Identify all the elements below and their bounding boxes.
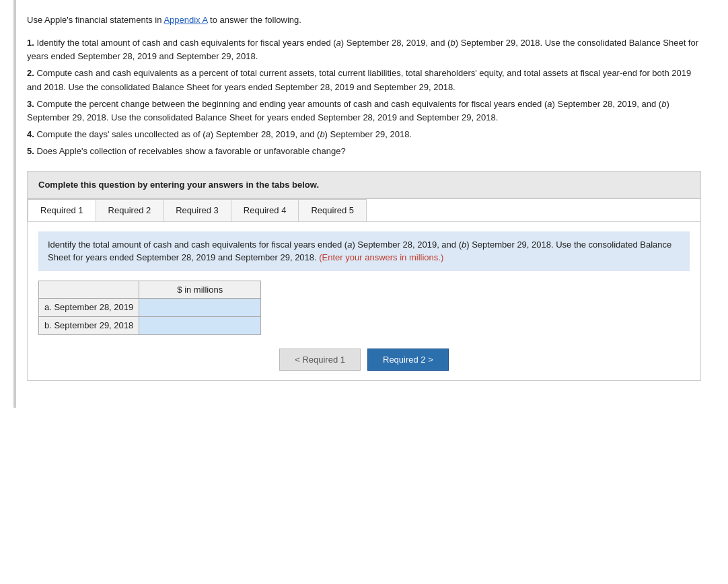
next-button[interactable]: Required 2 > <box>367 349 449 371</box>
tab-required-4-label: Required 4 <box>244 205 287 215</box>
tab-required-4[interactable]: Required 4 <box>231 199 299 221</box>
row-1-label: a. September 28, 2019 <box>39 298 139 316</box>
question-1: 1. Identify the total amount of cash and… <box>27 36 701 65</box>
intro-section: Use Apple's financial statements in Appe… <box>27 13 701 27</box>
row-2-label: b. September 29, 2018 <box>39 316 139 334</box>
q1-number: 1. <box>27 38 34 48</box>
tabs-header: Required 1 Required 2 Required 3 Require… <box>28 199 700 222</box>
nav-buttons: < Required 1 Required 2 > <box>38 349 690 371</box>
q2-number: 2. <box>27 68 34 78</box>
appendix-a-link[interactable]: Appendix A <box>163 15 207 25</box>
tab-required-2-label: Required 2 <box>108 205 151 215</box>
question-5: 5. Does Apple's collection of receivable… <box>27 145 701 159</box>
prev-button[interactable]: < Required 1 <box>279 349 361 371</box>
tab-description: Identify the total amount of cash and ca… <box>38 231 690 271</box>
q4-number: 4. <box>27 129 34 139</box>
tab-required-2[interactable]: Required 2 <box>96 199 164 221</box>
tab-content: Identify the total amount of cash and ca… <box>28 222 700 380</box>
table-row: a. September 28, 2019 <box>39 298 261 316</box>
tab-required-3-label: Required 3 <box>176 205 219 215</box>
enter-note: (Enter your answers in millions.) <box>319 252 443 262</box>
col-label-header <box>39 281 139 298</box>
instruction-text: Complete this question by entering your … <box>38 180 319 190</box>
tab-required-5-label: Required 5 <box>311 205 354 215</box>
q5-number: 5. <box>27 146 34 156</box>
row-2-input-cell <box>139 316 261 334</box>
question-4: 4. Compute the days' sales uncollected a… <box>27 128 701 142</box>
tab-required-3[interactable]: Required 3 <box>163 199 231 221</box>
instruction-box: Complete this question by entering your … <box>27 171 701 198</box>
intro-text-before: Use Apple's financial statements in <box>27 15 163 25</box>
tab-required-1[interactable]: Required 1 <box>28 199 96 221</box>
row-2-input[interactable] <box>139 317 260 334</box>
question-2: 2. Compute cash and cash equivalents as … <box>27 67 701 95</box>
col-millions-header: $ in millions <box>139 281 261 298</box>
intro-text-after: to answer the following. <box>207 15 301 25</box>
left-bar <box>13 0 16 408</box>
q3-number: 3. <box>27 99 34 109</box>
question-3: 3. Compute the percent change between th… <box>27 98 701 126</box>
questions-block: 1. Identify the total amount of cash and… <box>27 36 701 159</box>
tab-required-5[interactable]: Required 5 <box>298 199 367 221</box>
table-row: b. September 29, 2018 <box>39 316 261 334</box>
data-table: $ in millions a. September 28, 2019 b. S… <box>38 281 261 335</box>
row-1-input-cell <box>139 298 261 316</box>
row-1-input[interactable] <box>139 299 260 316</box>
tabs-container: Required 1 Required 2 Required 3 Require… <box>27 198 701 381</box>
tab-required-1-label: Required 1 <box>40 205 83 215</box>
